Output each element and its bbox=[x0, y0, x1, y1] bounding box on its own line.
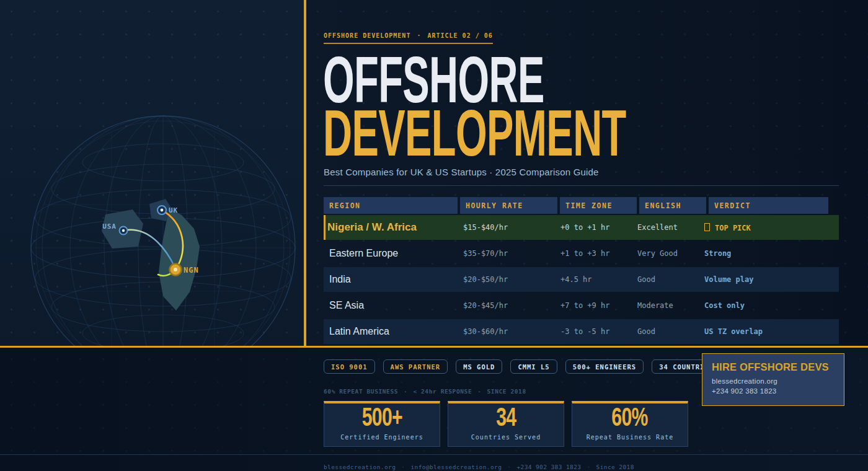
timezone-cell: +0 to +1 hr bbox=[555, 223, 632, 232]
column-header-region: REGION bbox=[324, 197, 458, 214]
cta-title: HIRE OFFSHORE DEVS bbox=[712, 361, 835, 373]
page-subtitle: Best Companies for UK & US Startups · 20… bbox=[324, 167, 599, 177]
footer-contact-line: blessedcreation.org·info@blessedcreation… bbox=[324, 464, 634, 470]
english-cell: Good bbox=[632, 275, 699, 284]
verdict-cell: US TZ overlap bbox=[699, 327, 818, 336]
footer-since: Since 2018 bbox=[596, 464, 634, 470]
footer-phone: +234 902 383 1823 bbox=[516, 464, 581, 470]
globe-wireframe bbox=[31, 116, 295, 348]
ngn-marker-label: NGN bbox=[184, 266, 199, 275]
stat-value: 500+ bbox=[361, 404, 402, 430]
rate-cell: $20-$50/hr bbox=[458, 275, 555, 284]
rate-cell: $30-$60/hr bbox=[458, 327, 555, 336]
cta-phone: +234 902 383 1823 bbox=[712, 387, 835, 395]
verdict-cell: Strong bbox=[699, 249, 818, 258]
breadcrumb-separator: · bbox=[417, 32, 421, 39]
table-row-eastern-europe: Eastern Europe $35-$70/hr +1 to +3 hr Ve… bbox=[324, 241, 839, 266]
footer-divider bbox=[0, 454, 868, 455]
stat-value: 34 bbox=[496, 404, 516, 430]
verdict-cell: Volume play bbox=[699, 275, 818, 284]
top-pick-icon bbox=[704, 223, 710, 231]
region-cell: India bbox=[324, 274, 458, 285]
region-cell: SE Asia bbox=[324, 300, 458, 311]
timezone-cell: +7 to +9 hr bbox=[555, 301, 632, 310]
timezone-cell: +1 to +3 hr bbox=[555, 249, 632, 258]
footer-website: blessedcreation.org bbox=[324, 464, 396, 470]
breadcrumb-section: OFFSHORE DEVELOPMENT bbox=[324, 32, 410, 39]
verdict-label: TOP PICK bbox=[715, 224, 751, 232]
footer-email: info@blessedcreation.org bbox=[410, 464, 502, 470]
badge-iso-9001: ISO 9001 bbox=[324, 359, 375, 374]
rate-cell: $15-$40/hr bbox=[458, 223, 555, 232]
verdict-cell: Cost only bbox=[699, 301, 818, 310]
globe-graphic: USA UK NGN bbox=[0, 0, 304, 348]
badge-cmmi-l5: CMMI L5 bbox=[510, 359, 557, 374]
uk-marker bbox=[157, 206, 166, 214]
column-header-rate: HOURLY RATE bbox=[460, 197, 557, 214]
region-cell: Latin America bbox=[324, 326, 458, 337]
meta-since: SINCE 2018 bbox=[487, 388, 526, 395]
region-cell: Eastern Europe bbox=[324, 248, 458, 259]
breadcrumb: OFFSHORE DEVELOPMENT·ARTICLE 02 / 06 bbox=[324, 32, 493, 44]
landmass-africa bbox=[159, 209, 200, 310]
stat-value: 60% bbox=[612, 404, 648, 430]
english-cell: Moderate bbox=[632, 301, 699, 310]
timezone-cell: -3 to -5 hr bbox=[555, 327, 632, 336]
english-cell: Excellent bbox=[632, 223, 699, 232]
column-header-verdict: VERDICT bbox=[709, 197, 828, 214]
region-cell: Nigeria / W. Africa bbox=[326, 221, 458, 234]
ngn-marker bbox=[170, 264, 182, 276]
rate-cell: $35-$70/hr bbox=[458, 249, 555, 258]
meta-separator: · bbox=[404, 388, 407, 395]
table-row-india: India $20-$50/hr +4.5 hr Good Volume pla… bbox=[324, 267, 839, 292]
table-row-nigeria: Nigeria / W. Africa $15-$40/hr +0 to +1 … bbox=[324, 215, 839, 240]
badge-500-engineers: 500+ ENGINEERS bbox=[565, 359, 644, 374]
meta-response-time: < 24hr RESPONSE bbox=[413, 388, 472, 395]
meta-separator: · bbox=[477, 388, 481, 395]
cta-website: blessedcreation.org bbox=[712, 377, 835, 385]
footer-separator: · bbox=[507, 464, 511, 470]
stat-card-engineers: 500+ Certified Engineers bbox=[324, 401, 440, 447]
column-header-timezone: TIME ZONE bbox=[560, 197, 637, 214]
world-map-panel: USA UK NGN bbox=[0, 0, 304, 348]
stat-label: Repeat Business Rate bbox=[587, 434, 673, 446]
usa-marker-label: USA bbox=[102, 222, 117, 231]
subtitle-divider bbox=[324, 185, 839, 186]
footer-separator: · bbox=[401, 464, 405, 470]
hire-cta-card[interactable]: HIRE OFFSHORE DEVS blessedcreation.org +… bbox=[702, 353, 844, 406]
certification-badges: ISO 9001 AWS PARTNER MS GOLD CMMI L5 500… bbox=[324, 359, 721, 374]
badge-ms-gold: MS GOLD bbox=[456, 359, 502, 374]
verdict-cell: TOP PICK bbox=[699, 223, 818, 232]
stat-cards: 500+ Certified Engineers 34 Countries Se… bbox=[324, 401, 688, 447]
meta-repeat-business: 60% REPEAT BUSINESS bbox=[324, 388, 398, 395]
badge-aws-partner: AWS PARTNER bbox=[383, 359, 448, 374]
table-row-se-asia: SE Asia $20-$45/hr +7 to +9 hr Moderate … bbox=[324, 293, 839, 318]
timezone-cell: +4.5 hr bbox=[555, 275, 632, 284]
english-cell: Very Good bbox=[632, 249, 699, 258]
english-cell: Good bbox=[632, 327, 699, 336]
offshore-development-infographic: { "colors": { "gold": "#D9A42C", "title_… bbox=[0, 0, 868, 471]
table-row-latin-america: Latin America $30-$60/hr -3 to -5 hr Goo… bbox=[324, 319, 839, 344]
stat-label: Countries Served bbox=[471, 434, 541, 446]
stat-card-repeat-rate: 60% Repeat Business Rate bbox=[572, 401, 688, 447]
usa-marker bbox=[120, 227, 128, 235]
column-header-english: ENGLISH bbox=[639, 197, 706, 214]
stat-card-countries: 34 Countries Served bbox=[448, 401, 564, 447]
uk-marker-label: UK bbox=[169, 206, 178, 214]
stat-label: Certified Engineers bbox=[340, 434, 423, 446]
meta-stats-line: 60% REPEAT BUSINESS·< 24hr RESPONSE·SINC… bbox=[324, 388, 526, 395]
page-title-line2: DEVELOPMENT bbox=[323, 100, 626, 165]
breadcrumb-article: ARTICLE 02 / 06 bbox=[427, 32, 492, 39]
table-header-row: REGION HOURLY RATE TIME ZONE ENGLISH VER… bbox=[324, 197, 839, 214]
comparison-table: REGION HOURLY RATE TIME ZONE ENGLISH VER… bbox=[324, 197, 839, 344]
rate-cell: $20-$45/hr bbox=[458, 301, 555, 310]
footer-separator: · bbox=[587, 464, 590, 470]
